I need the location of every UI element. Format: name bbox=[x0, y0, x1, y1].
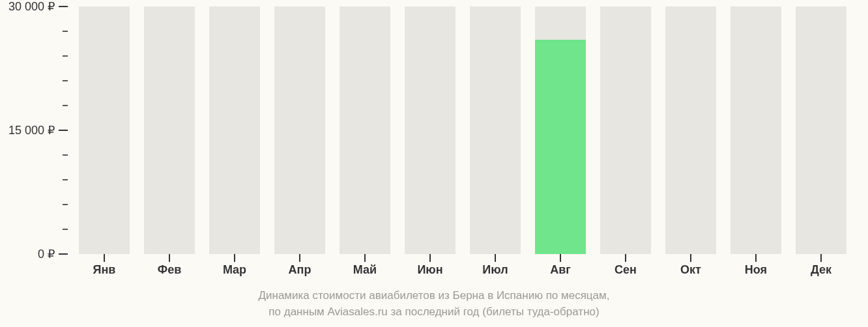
x-axis: ЯнвФевМарАпрМайИюнИюлАвгСенОктНояДек bbox=[72, 254, 854, 280]
bar-background bbox=[405, 7, 456, 254]
x-axis-slot: Янв bbox=[72, 254, 137, 280]
x-axis-slot: Дек bbox=[788, 254, 854, 280]
x-axis-tick bbox=[299, 254, 300, 262]
y-axis-label: 30 000 ₽ bbox=[8, 0, 55, 14]
y-axis-minor-tick bbox=[63, 229, 68, 230]
bar-background bbox=[274, 7, 325, 254]
y-axis-minor-tick bbox=[63, 179, 68, 180]
x-axis-slot: Ноя bbox=[723, 254, 788, 280]
x-axis-label: Дек bbox=[788, 263, 854, 277]
bar-background bbox=[144, 7, 195, 254]
price-by-month-chart: 0 ₽15 000 ₽30 000 ₽ ЯнвФевМарАпрМайИюнИю… bbox=[0, 0, 868, 327]
x-axis-slot: Авг bbox=[528, 254, 593, 280]
y-axis-tick bbox=[59, 6, 68, 7]
bar-slot bbox=[332, 7, 398, 254]
bar-slot bbox=[267, 7, 332, 254]
bar-background bbox=[79, 7, 130, 254]
y-axis-tick bbox=[59, 130, 68, 131]
x-axis-label: Апр bbox=[267, 263, 332, 277]
bar-slot bbox=[658, 7, 723, 254]
bar-background bbox=[796, 7, 846, 254]
x-axis-tick bbox=[820, 254, 822, 262]
bar-slot bbox=[788, 7, 854, 254]
caption-line-1: Динамика стоимости авиабилетов из Берна … bbox=[259, 289, 610, 302]
y-axis-label: 15 000 ₽ bbox=[8, 123, 55, 137]
x-axis-label: Июн bbox=[398, 263, 463, 277]
y-axis-minor-tick bbox=[63, 31, 68, 32]
x-axis-label: Ноя bbox=[723, 263, 788, 277]
bar-slot bbox=[72, 7, 137, 254]
x-axis-tick bbox=[364, 254, 366, 262]
x-axis-label: Сен bbox=[593, 263, 658, 277]
x-axis-tick bbox=[690, 254, 691, 262]
bar-background bbox=[470, 7, 521, 254]
bar-series bbox=[72, 7, 854, 254]
x-axis-slot: Мар bbox=[202, 254, 267, 280]
y-axis-minor-tick bbox=[63, 204, 68, 205]
x-axis-tick bbox=[755, 254, 757, 262]
y-axis: 0 ₽15 000 ₽30 000 ₽ bbox=[0, 7, 72, 254]
bar-slot bbox=[593, 7, 658, 254]
caption-line-2: по данным Aviasales.ru за последний год … bbox=[268, 306, 599, 318]
y-axis-minor-tick bbox=[63, 105, 68, 106]
x-axis-tick bbox=[495, 254, 496, 262]
x-axis-tick bbox=[429, 254, 431, 262]
bar-background bbox=[731, 7, 781, 254]
x-axis-tick bbox=[234, 254, 235, 262]
x-axis-label: Мар bbox=[202, 263, 267, 277]
bar-value bbox=[535, 40, 586, 254]
y-axis-minor-tick bbox=[63, 80, 68, 81]
x-axis-slot: Апр bbox=[267, 254, 332, 280]
bar-background bbox=[340, 7, 390, 254]
x-axis-tick bbox=[104, 254, 105, 262]
bar-background bbox=[209, 7, 260, 254]
x-axis-tick bbox=[169, 254, 170, 262]
x-axis-slot: Окт bbox=[658, 254, 723, 280]
bar-slot bbox=[202, 7, 267, 254]
chart-caption: Динамика стоимости авиабилетов из Берна … bbox=[0, 288, 868, 320]
x-axis-label: Май bbox=[332, 263, 398, 277]
x-axis-slot: Май bbox=[332, 254, 398, 280]
x-axis-tick bbox=[625, 254, 626, 262]
x-axis-label: Окт bbox=[658, 263, 723, 277]
bar-slot bbox=[723, 7, 788, 254]
x-axis-slot: Июн bbox=[398, 254, 463, 280]
bar-background bbox=[600, 7, 651, 254]
y-axis-minor-tick bbox=[63, 55, 68, 57]
bar-slot bbox=[528, 7, 593, 254]
x-axis-label: Фев bbox=[137, 263, 202, 277]
x-axis-slot: Фев bbox=[137, 254, 202, 280]
bar-slot bbox=[398, 7, 463, 254]
x-axis-tick bbox=[560, 254, 561, 262]
y-axis-minor-tick bbox=[63, 154, 68, 156]
y-axis-label: 0 ₽ bbox=[38, 247, 55, 261]
x-axis-slot: Сен bbox=[593, 254, 658, 280]
y-axis-tick bbox=[59, 253, 68, 255]
bar-slot bbox=[137, 7, 202, 254]
plot-area bbox=[72, 7, 854, 254]
x-axis-label: Июл bbox=[463, 263, 528, 277]
x-axis-slot: Июл bbox=[463, 254, 528, 280]
bar-background bbox=[665, 7, 716, 254]
x-axis-label: Янв bbox=[72, 263, 137, 277]
x-axis-label: Авг bbox=[528, 263, 593, 277]
bar-slot bbox=[463, 7, 528, 254]
